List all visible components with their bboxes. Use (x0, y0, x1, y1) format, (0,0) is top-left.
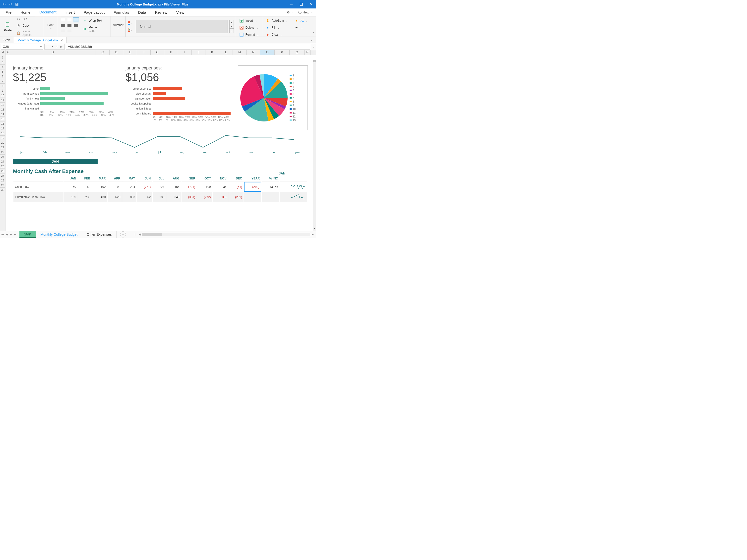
row-header-23[interactable]: 23 (0, 155, 5, 159)
row-header-18[interactable]: 18 (0, 131, 5, 136)
fx-icon[interactable]: fx (59, 45, 63, 48)
tab-home[interactable]: Home (16, 9, 35, 16)
sheet-nav-buttons[interactable]: ⏮ ◀ ▶ ⏭ (1, 233, 20, 236)
chevron-down-icon[interactable]: ⌄ (50, 27, 52, 30)
col-header-F[interactable]: F (137, 50, 151, 55)
paste-button[interactable]: Paste (2, 20, 14, 33)
tab-document[interactable]: Document (35, 8, 61, 16)
row-header-26[interactable]: 26 (0, 169, 5, 174)
indent-decrease[interactable] (60, 28, 66, 33)
doc-tab-overflow[interactable]: ⌄ (307, 37, 316, 43)
dropdown-icon[interactable]: ⋮ (46, 45, 50, 48)
tab-formulas[interactable]: Formulas (109, 9, 134, 16)
paste-special-button[interactable]: 📋Paste Special (15, 29, 41, 37)
col-header-M[interactable]: M (233, 50, 247, 55)
conditional-format-icon[interactable]: ⌄ (128, 21, 133, 26)
row-header-13[interactable]: 13 (0, 107, 5, 112)
row-header-10[interactable]: 10 (0, 93, 5, 98)
row-header-17[interactable]: 17 (0, 126, 5, 131)
align-top-left[interactable] (60, 18, 66, 22)
row-header-22[interactable]: 22 (0, 150, 5, 155)
row-header-11[interactable]: 11 (0, 98, 5, 103)
sheet-tab-start[interactable]: Start (20, 231, 36, 238)
enter-icon[interactable]: ✓ (55, 45, 58, 48)
col-header-K[interactable]: K (205, 50, 219, 55)
tab-review[interactable]: Review (151, 9, 172, 16)
row-header-6[interactable]: 6 (0, 74, 5, 79)
find-button[interactable]: 👁⌄ (293, 24, 309, 31)
prev-sheet-icon[interactable]: ◀ (6, 233, 8, 236)
select-all-corner[interactable]: ◢ (0, 50, 5, 55)
chevron-down-icon[interactable]: ⌄ (118, 27, 120, 30)
indent-increase[interactable] (67, 28, 73, 33)
align-mid-right[interactable] (73, 23, 79, 28)
delete-button[interactable]: Delete⌄ (238, 24, 260, 31)
col-header-L[interactable]: L (219, 50, 233, 55)
row-header-19[interactable]: 19 (0, 136, 5, 140)
close-button[interactable] (306, 0, 316, 8)
close-icon[interactable]: ✕ (60, 38, 63, 42)
tab-file[interactable]: File (1, 9, 16, 16)
settings-dropdown[interactable]: ⚙⌄ (284, 10, 296, 14)
col-header-O[interactable]: O (260, 50, 275, 55)
align-top-center[interactable] (67, 18, 73, 22)
row-header-5[interactable]: 5 (0, 70, 5, 74)
redo-icon[interactable] (8, 2, 12, 6)
horizontal-scrollbar[interactable]: ⋮ ◀ ▶ (133, 233, 315, 236)
row-header-21[interactable]: 21 (0, 145, 5, 150)
align-top-right[interactable] (73, 18, 79, 22)
row-header-2[interactable]: 2 (0, 55, 5, 60)
clear-button[interactable]: ◆Clear⌄ (264, 31, 289, 38)
tab-view[interactable]: View (172, 9, 189, 16)
undo-icon[interactable] (2, 2, 6, 6)
row-header-24[interactable]: 24 (0, 159, 5, 164)
col-header-C[interactable]: C (96, 50, 109, 55)
worksheet[interactable]: 2345678910111213141516171819202122232425… (0, 55, 316, 231)
col-header-Q[interactable]: Q (290, 50, 305, 55)
minimize-button[interactable] (286, 0, 296, 8)
expand-formula-icon[interactable]: ⌄ (312, 45, 314, 48)
first-sheet-icon[interactable]: ⏮ (1, 233, 4, 236)
col-header-D[interactable]: D (109, 50, 123, 55)
sort-filter-button[interactable]: ▼AZ⌄ (293, 18, 309, 24)
style-scroller[interactable]: ▴▾⌄ (229, 20, 234, 33)
row-header-27[interactable]: 27 (0, 174, 5, 178)
col-header-I[interactable]: I (178, 50, 192, 55)
col-header-R[interactable]: R (305, 50, 310, 55)
add-sheet-button[interactable]: + (120, 232, 126, 237)
row-header-15[interactable]: 15 (0, 117, 5, 122)
row-header-8[interactable]: 8 (0, 84, 5, 88)
row-header-3[interactable]: 3 (0, 60, 5, 65)
tab-data[interactable]: Data (134, 9, 151, 16)
col-header-E[interactable]: E (123, 50, 137, 55)
row-header-9[interactable]: 9 (0, 88, 5, 93)
col-header-J[interactable]: J (192, 50, 205, 55)
row-header-12[interactable]: 12 (0, 103, 5, 107)
next-sheet-icon[interactable]: ▶ (10, 233, 12, 236)
help-dropdown[interactable]: ⓘ Help⌄ (296, 10, 315, 15)
sheet-tab-other[interactable]: Other Expenses (82, 231, 116, 238)
last-sheet-icon[interactable]: ⏭ (14, 233, 17, 236)
name-box[interactable]: O28▾ (1, 44, 43, 50)
autosum-button[interactable]: ΣAutoSum⌄ (264, 18, 289, 24)
cancel-icon[interactable]: ✕ (51, 45, 54, 48)
cut-button[interactable]: ✂Cut (15, 16, 41, 22)
merge-cells-button[interactable]: ⊞Merge Cells⌄ (81, 25, 109, 33)
col-header-N[interactable]: N (247, 50, 260, 55)
insert-button[interactable]: Insert⌄ (238, 18, 260, 24)
copy-button[interactable]: ⎘Copy (15, 22, 41, 29)
style-normal[interactable]: Normal (136, 20, 228, 33)
collapse-ribbon-icon[interactable]: ⌃ (312, 32, 315, 35)
row-header-16[interactable]: 16 (0, 122, 5, 126)
align-mid-center[interactable] (67, 23, 73, 28)
col-header-B[interactable]: B (10, 50, 96, 55)
row-header-4[interactable]: 4 (0, 65, 5, 70)
save-icon[interactable] (15, 2, 19, 6)
align-mid-left[interactable] (60, 23, 66, 28)
tab-insert[interactable]: Insert (61, 9, 79, 16)
format-button[interactable]: Format⌄ (238, 31, 260, 38)
formula-input[interactable]: =SUM(C28:N28) (66, 44, 310, 50)
col-header-A[interactable]: A (5, 50, 10, 55)
cells-area[interactable]: january income: $1,225 otherfrom savings… (5, 60, 313, 231)
fill-button[interactable]: ▼Fill⌄ (264, 24, 289, 31)
